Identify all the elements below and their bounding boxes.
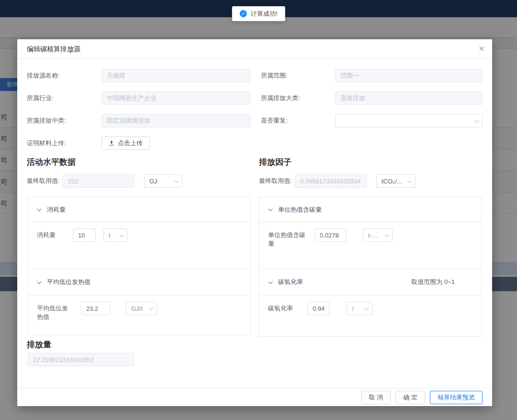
dialog-footer: 取 消 确 定 核算结果预览 bbox=[17, 388, 492, 406]
factor-section-title: 排放因子 bbox=[259, 157, 292, 168]
panel-content-heating-value: 平均低位发热值 GJ/t bbox=[28, 295, 250, 336]
activity-final-input bbox=[63, 174, 135, 188]
panel-title: 平均低位发热值 bbox=[47, 278, 90, 286]
is-duplicate-label: 是否重复: bbox=[261, 114, 288, 127]
consumption-input[interactable] bbox=[73, 228, 96, 242]
chevron-down-icon bbox=[149, 306, 154, 310]
upload-icon bbox=[109, 140, 114, 146]
source-name-input bbox=[101, 69, 250, 82]
chevron-down-icon bbox=[474, 118, 479, 123]
major-category-input bbox=[335, 91, 483, 105]
panel-content-consumption: 消耗量 t bbox=[28, 222, 250, 269]
chevron-down-icon bbox=[268, 279, 273, 284]
factor-collapse: 单位热值含碳量 单位热值含碳量 t-C/... 碳氧化率 取值范围为 0~1 碳… bbox=[259, 197, 482, 337]
check-circle-icon: ✓ bbox=[240, 10, 247, 17]
chevron-down-icon bbox=[37, 279, 42, 284]
chevron-down-icon bbox=[174, 178, 179, 183]
panel-header-consumption[interactable]: 消耗量 bbox=[28, 197, 250, 222]
chevron-down-icon bbox=[364, 306, 369, 310]
heating-value-row-label: 平均低位发热值 bbox=[37, 302, 70, 321]
industry-label: 所属行业: bbox=[27, 91, 54, 105]
oxidation-rate-row-label: 碳氧化率 bbox=[268, 302, 307, 313]
panel-header-oxidation-rate[interactable]: 碳氧化率 取值范围为 0~1 bbox=[259, 269, 482, 295]
dialog-title: 编辑碳核算排放源 bbox=[27, 39, 80, 58]
major-category-label: 所属排放大类: bbox=[261, 91, 300, 105]
is-duplicate-select[interactable] bbox=[335, 114, 483, 127]
chevron-down-icon bbox=[119, 232, 124, 237]
factor-final-unit: tCO₂/GJ bbox=[382, 178, 405, 185]
cancel-button[interactable]: 取 消 bbox=[361, 391, 391, 404]
edit-emission-source-dialog: 编辑碳核算排放源 ✕ 排放源名称: 所属范围: 所属行业: 所属排放大类: 所属… bbox=[17, 39, 492, 406]
oxidation-rate-hint: 取值范围为 0~1 bbox=[411, 278, 473, 286]
chevron-down-icon bbox=[384, 232, 389, 237]
consumption-row-label: 消耗量 bbox=[37, 228, 70, 239]
carbon-content-unit: t-C/... bbox=[368, 232, 382, 239]
factor-final-label: 最终取用值: bbox=[259, 174, 292, 188]
mid-category-label: 所属排放中类: bbox=[27, 114, 66, 127]
oxidation-rate-unit: / bbox=[352, 305, 354, 312]
emission-result-input bbox=[28, 353, 134, 366]
panel-title: 单位热值含碳量 bbox=[278, 205, 322, 214]
activity-collapse: 消耗量 消耗量 t 平均低位发热值 平均低位发热值 GJ/t bbox=[28, 197, 250, 335]
mid-category-input bbox=[101, 114, 250, 127]
source-name-label: 排放源名称: bbox=[27, 69, 60, 82]
consumption-unit: t bbox=[109, 232, 111, 239]
header-divider bbox=[17, 58, 492, 59]
panel-content-carbon-content: 单位热值含碳量 t-C/... bbox=[259, 222, 482, 269]
emission-section-title: 排放量 bbox=[27, 339, 51, 350]
success-toast: ✓ 计算成功! bbox=[232, 6, 285, 21]
consumption-unit-select[interactable]: t bbox=[103, 228, 127, 242]
toast-message: 计算成功! bbox=[251, 10, 278, 18]
industry-input bbox=[101, 91, 250, 105]
scope-label: 所属范围: bbox=[261, 69, 288, 82]
heating-value-input[interactable] bbox=[81, 302, 110, 315]
activity-section-title: 活动水平数据 bbox=[27, 157, 76, 168]
chevron-down-icon bbox=[407, 178, 412, 183]
panel-title: 消耗量 bbox=[47, 205, 66, 214]
panel-title: 碳氧化率 bbox=[278, 278, 303, 286]
activity-final-unit: GJ bbox=[149, 178, 157, 185]
result-preview-button[interactable]: 核算结果预览 bbox=[430, 391, 483, 404]
oxidation-rate-input[interactable] bbox=[307, 302, 329, 315]
close-icon[interactable]: ✕ bbox=[478, 39, 484, 58]
scope-input bbox=[335, 69, 483, 82]
factor-final-input bbox=[295, 174, 367, 188]
upload-button-label: 点击上传 bbox=[118, 139, 143, 148]
oxidation-rate-unit-select[interactable]: / bbox=[347, 302, 372, 315]
activity-final-label: 最终取用值: bbox=[27, 174, 60, 188]
chevron-down-icon bbox=[268, 206, 273, 211]
confirm-button[interactable]: 确 定 bbox=[395, 391, 425, 404]
upload-label: 证明材料上传: bbox=[27, 136, 66, 150]
panel-content-oxidation-rate: 碳氧化率 / bbox=[259, 295, 482, 337]
activity-final-unit-select[interactable]: GJ bbox=[144, 174, 182, 188]
chevron-down-icon bbox=[37, 206, 42, 211]
panel-header-heating-value[interactable]: 平均低位发热值 bbox=[28, 269, 250, 295]
carbon-content-input[interactable] bbox=[315, 228, 346, 242]
heating-value-unit-select[interactable]: GJ/t bbox=[126, 302, 157, 315]
carbon-content-row-label: 单位热值含碳量 bbox=[268, 228, 307, 248]
heating-value-unit: GJ/t bbox=[131, 305, 143, 312]
panel-header-carbon-content[interactable]: 单位热值含碳量 bbox=[259, 197, 482, 222]
carbon-content-unit-select[interactable]: t-C/... bbox=[363, 228, 393, 242]
upload-button[interactable]: 点击上传 bbox=[101, 136, 150, 150]
factor-final-unit-select[interactable]: tCO₂/GJ bbox=[376, 174, 416, 188]
